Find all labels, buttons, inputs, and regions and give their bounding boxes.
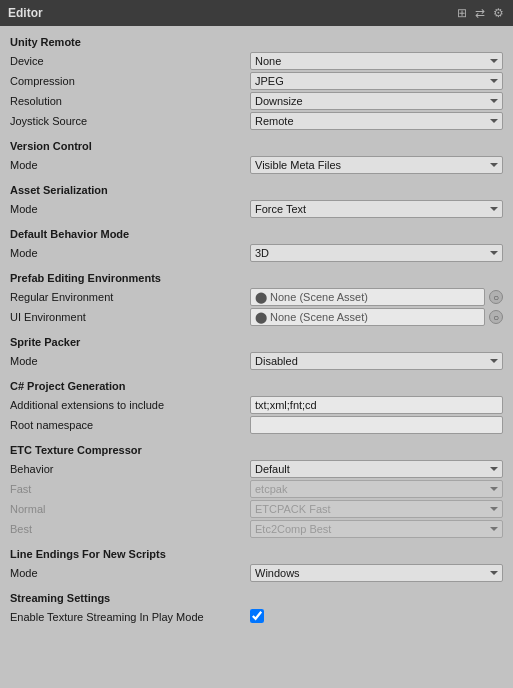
regular-env-label: Regular Environment <box>10 291 250 303</box>
resolution-control: Downsize <box>250 92 503 110</box>
layout-icon[interactable]: ⇄ <box>473 6 487 20</box>
regular-env-input[interactable] <box>250 288 485 306</box>
extensions-label: Additional extensions to include <box>10 399 250 411</box>
le-mode-row: Mode Windows <box>10 564 503 582</box>
joystick-control: Remote <box>250 112 503 130</box>
texture-streaming-label: Enable Texture Streaming In Play Mode <box>10 611 250 623</box>
ui-env-row: UI Environment ○ <box>10 308 503 326</box>
joystick-row: Joystick Source Remote <box>10 112 503 130</box>
asset-serialization-header: Asset Serialization <box>10 184 503 196</box>
ui-env-label: UI Environment <box>10 311 250 323</box>
as-mode-select[interactable]: Force Text <box>250 200 503 218</box>
le-mode-label: Mode <box>10 567 250 579</box>
compression-control: JPEG <box>250 72 503 90</box>
compression-select[interactable]: JPEG <box>250 72 503 90</box>
as-mode-row: Mode Force Text <box>10 200 503 218</box>
ui-env-picker-btn[interactable]: ○ <box>489 310 503 324</box>
title-bar: Editor ⊞ ⇄ ⚙ <box>0 0 513 26</box>
prefab-editing-header: Prefab Editing Environments <box>10 272 503 284</box>
vc-mode-label: Mode <box>10 159 250 171</box>
unity-remote-header: Unity Remote <box>10 36 503 48</box>
as-mode-label: Mode <box>10 203 250 215</box>
le-mode-control: Windows <box>250 564 503 582</box>
etc-header: ETC Texture Compressor <box>10 444 503 456</box>
joystick-label: Joystick Source <box>10 115 250 127</box>
sp-mode-control: Disabled <box>250 352 503 370</box>
device-control: None <box>250 52 503 70</box>
sprite-packer-header: Sprite Packer <box>10 336 503 348</box>
namespace-control <box>250 416 503 434</box>
namespace-row: Root namespace <box>10 416 503 434</box>
etc-best-label: Best <box>10 523 250 535</box>
etc-fast-select[interactable]: etcpak <box>250 480 503 498</box>
db-mode-select[interactable]: 3D <box>250 244 503 262</box>
joystick-select[interactable]: Remote <box>250 112 503 130</box>
etc-normal-label: Normal <box>10 503 250 515</box>
vc-mode-control: Visible Meta Files <box>250 156 503 174</box>
sp-mode-select[interactable]: Disabled <box>250 352 503 370</box>
default-behavior-header: Default Behavior Mode <box>10 228 503 240</box>
regular-env-picker-btn[interactable]: ○ <box>489 290 503 304</box>
vc-mode-select[interactable]: Visible Meta Files <box>250 156 503 174</box>
sp-mode-row: Mode Disabled <box>10 352 503 370</box>
sp-mode-label: Mode <box>10 355 250 367</box>
db-mode-label: Mode <box>10 247 250 259</box>
db-mode-control: 3D <box>250 244 503 262</box>
namespace-label: Root namespace <box>10 419 250 431</box>
settings-icon[interactable]: ⚙ <box>491 6 505 20</box>
version-control-header: Version Control <box>10 140 503 152</box>
resolution-label: Resolution <box>10 95 250 107</box>
resolution-select[interactable]: Downsize <box>250 92 503 110</box>
extensions-input[interactable] <box>250 396 503 414</box>
etc-fast-row: Fast etcpak <box>10 480 503 498</box>
texture-streaming-checkbox[interactable] <box>250 609 264 623</box>
regular-env-row: Regular Environment ○ <box>10 288 503 306</box>
compression-label: Compression <box>10 75 250 87</box>
grid-icon[interactable]: ⊞ <box>455 6 469 20</box>
ui-env-control: ○ <box>250 308 503 326</box>
etc-behavior-control: Default <box>250 460 503 478</box>
streaming-settings-header: Streaming Settings <box>10 592 503 604</box>
device-select[interactable]: None <box>250 52 503 70</box>
compression-row: Compression JPEG <box>10 72 503 90</box>
ui-env-input[interactable] <box>250 308 485 326</box>
etc-fast-control: etcpak <box>250 480 503 498</box>
etc-normal-row: Normal ETCPACK Fast <box>10 500 503 518</box>
window-title: Editor <box>8 6 43 20</box>
etc-behavior-row: Behavior Default <box>10 460 503 478</box>
regular-env-control: ○ <box>250 288 503 306</box>
texture-streaming-control <box>250 609 503 625</box>
etc-best-select[interactable]: Etc2Comp Best <box>250 520 503 538</box>
title-bar-icons: ⊞ ⇄ ⚙ <box>455 6 505 20</box>
csharp-header: C# Project Generation <box>10 380 503 392</box>
resolution-row: Resolution Downsize <box>10 92 503 110</box>
etc-best-row: Best Etc2Comp Best <box>10 520 503 538</box>
etc-behavior-label: Behavior <box>10 463 250 475</box>
etc-normal-control: ETCPACK Fast <box>250 500 503 518</box>
etc-best-control: Etc2Comp Best <box>250 520 503 538</box>
ui-env-asset-row: ○ <box>250 308 503 326</box>
namespace-input[interactable] <box>250 416 503 434</box>
db-mode-row: Mode 3D <box>10 244 503 262</box>
extensions-row: Additional extensions to include <box>10 396 503 414</box>
le-mode-select[interactable]: Windows <box>250 564 503 582</box>
as-mode-control: Force Text <box>250 200 503 218</box>
line-endings-header: Line Endings For New Scripts <box>10 548 503 560</box>
etc-fast-label: Fast <box>10 483 250 495</box>
device-row: Device None <box>10 52 503 70</box>
extensions-control <box>250 396 503 414</box>
device-label: Device <box>10 55 250 67</box>
editor-content: Unity Remote Device None Compression JPE… <box>0 26 513 636</box>
regular-env-asset-row: ○ <box>250 288 503 306</box>
texture-streaming-row: Enable Texture Streaming In Play Mode <box>10 608 503 626</box>
editor-window: Editor ⊞ ⇄ ⚙ Unity Remote Device None Co… <box>0 0 513 636</box>
etc-normal-select[interactable]: ETCPACK Fast <box>250 500 503 518</box>
etc-behavior-select[interactable]: Default <box>250 460 503 478</box>
vc-mode-row: Mode Visible Meta Files <box>10 156 503 174</box>
